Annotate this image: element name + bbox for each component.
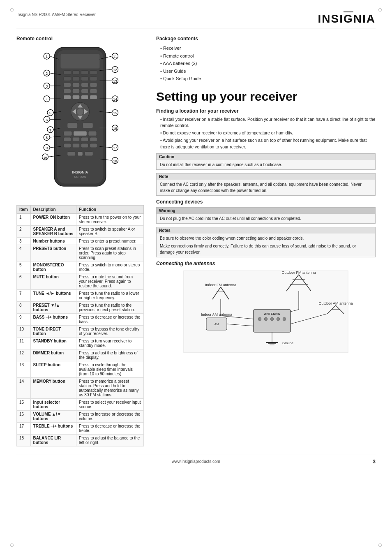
page-number: 3	[373, 459, 376, 465]
svg-text:10: 10	[44, 156, 47, 160]
page-footer: www.insigniaproducts.com 3	[16, 455, 376, 464]
svg-rect-70	[72, 89, 80, 93]
connecting-antennas-section: Connecting the antennas Outdoor FM anten…	[156, 261, 376, 354]
svg-text:AM: AM	[214, 323, 219, 326]
svg-text:14: 14	[113, 97, 117, 102]
caution-body: Do not install this receiver in a confin…	[157, 160, 375, 169]
table-row: 12DIMMER buttonPress to adjust the brigh…	[17, 349, 144, 361]
svg-rect-91	[90, 137, 97, 141]
connecting-antennas-title: Connecting the antennas	[156, 261, 376, 266]
svg-rect-90	[81, 137, 89, 141]
svg-rect-76	[90, 95, 97, 99]
caution-box: Caution Do not install this receiver in …	[156, 153, 376, 170]
notes2-text2: Make connections firmly and correctly. F…	[160, 243, 372, 255]
notes2-body: Be sure to observe the color coding when…	[157, 234, 375, 257]
table-row: 15Input selector buttonsPress to select …	[17, 399, 144, 411]
table-row: 8PRESET ▼/▲ buttonsPress to tune the rad…	[17, 302, 144, 314]
product-name: Insignia NS-R2001 AM/FM Stereo Receiver	[16, 12, 96, 17]
package-items-list: ReceiverRemote controlAAA batteries (2)U…	[156, 45, 376, 82]
page: Insignia NS-R2001 AM/FM Stereo Receiver …	[0, 0, 392, 555]
finding-location-bullets: Install your receiver on a stable flat s…	[156, 116, 376, 150]
svg-rect-62	[72, 77, 80, 81]
svg-text:Indoor FM antenna: Indoor FM antenna	[205, 283, 236, 287]
svg-rect-87	[74, 131, 87, 136]
note-header: Note	[157, 173, 375, 180]
svg-text:12: 12	[113, 68, 117, 72]
corner-marker-br	[378, 543, 382, 547]
svg-rect-58	[72, 71, 80, 75]
svg-rect-84	[83, 123, 93, 128]
warning-body: Do not plug the AC cord into the AC outl…	[157, 214, 375, 223]
svg-rect-60	[90, 71, 97, 75]
svg-point-78	[76, 108, 84, 116]
svg-text:6: 6	[46, 118, 48, 122]
svg-rect-64	[90, 77, 97, 81]
svg-point-133	[270, 317, 274, 321]
svg-rect-2	[61, 54, 100, 69]
corner-marker-tl	[10, 8, 14, 12]
col-header-item: Item	[17, 206, 31, 214]
setting-up-title: Setting up your receiver	[156, 90, 376, 103]
note-body: Connect the AC cord only after the speak…	[157, 180, 375, 195]
svg-point-131	[258, 317, 261, 321]
table-row: 11STANDBY buttonPress to turn your recei…	[17, 338, 144, 349]
svg-point-134	[277, 317, 280, 321]
table-row: 7TUNE ◄/► buttonsPress to tune the radio…	[17, 290, 144, 302]
left-column: Remote control 1 2	[16, 36, 144, 446]
svg-text:2: 2	[46, 72, 48, 76]
note-box: Note Connect the AC cord only after the …	[156, 173, 376, 196]
remote-control-title: Remote control	[16, 36, 144, 42]
connecting-devices-title: Connecting devices	[156, 199, 376, 205]
svg-rect-92	[64, 143, 71, 148]
svg-rect-96	[67, 152, 76, 156]
svg-rect-67	[81, 83, 89, 87]
finding-location-title: Finding a location for your receiver	[156, 108, 376, 114]
svg-rect-71	[81, 89, 89, 93]
page-header: Insignia NS-R2001 AM/FM Stereo Receiver …	[16, 12, 376, 28]
antenna-svg: Outdoor FM antenna Indoor FM antenna AM …	[156, 271, 376, 353]
table-row: 3Number buttonsPress to enter a preset n…	[17, 238, 144, 245]
corner-marker-tr	[378, 8, 382, 12]
svg-text:9: 9	[46, 146, 48, 150]
svg-text:Ground: Ground	[282, 341, 293, 345]
svg-rect-72	[90, 89, 97, 93]
svg-text:ANTENNA: ANTENNA	[264, 312, 280, 316]
svg-text:8: 8	[46, 136, 48, 140]
svg-rect-73	[64, 95, 71, 99]
remote-control-section: Remote control 1 2	[16, 36, 144, 199]
svg-text:13: 13	[113, 79, 117, 83]
svg-text:Indoor AM antenna: Indoor AM antenna	[201, 312, 232, 317]
svg-point-135	[283, 317, 286, 321]
svg-rect-94	[81, 143, 89, 148]
svg-rect-57	[64, 71, 71, 75]
svg-rect-59	[81, 71, 89, 75]
caution-header: Caution	[157, 154, 375, 160]
col-header-function: Function	[76, 206, 143, 214]
list-item: Receiver	[160, 45, 376, 52]
svg-text:11: 11	[113, 55, 117, 59]
svg-rect-68	[90, 83, 97, 87]
footer-url: www.insigniaproducts.com	[172, 459, 220, 464]
svg-rect-83	[67, 123, 78, 128]
list-item: Avoid placing your receiver on a hot sur…	[160, 137, 376, 150]
list-item: AAA batteries (2)	[160, 60, 376, 67]
svg-rect-69	[64, 89, 71, 93]
svg-rect-75	[81, 95, 89, 99]
list-item: Do not expose your receiver to extremes …	[160, 130, 376, 136]
col-header-description: Description	[30, 206, 76, 214]
table-row: 14MEMORY buttonPress to memorize a prese…	[17, 378, 144, 399]
warning-header: Warning	[157, 208, 375, 214]
svg-rect-74	[72, 95, 80, 99]
table-row: 10TONE DIRECT buttonPress to bypass the …	[17, 326, 144, 338]
svg-text:7: 7	[49, 128, 51, 132]
list-item: User Guide	[160, 68, 376, 75]
table-row: 2SPEAKER A and SPEAKER B buttonsPress to…	[17, 226, 144, 238]
svg-rect-63	[81, 77, 89, 81]
svg-rect-88	[64, 137, 71, 141]
setting-up-section: Setting up your receiver Finding a locat…	[156, 90, 376, 196]
svg-text:INSIGNIA: INSIGNIA	[72, 170, 89, 174]
svg-rect-85	[64, 131, 72, 136]
svg-text:Outdoor AM antenna: Outdoor AM antenna	[318, 301, 353, 305]
list-item: Remote control	[160, 53, 376, 60]
notes2-text1: Be sure to observe the color coding when…	[160, 235, 372, 241]
